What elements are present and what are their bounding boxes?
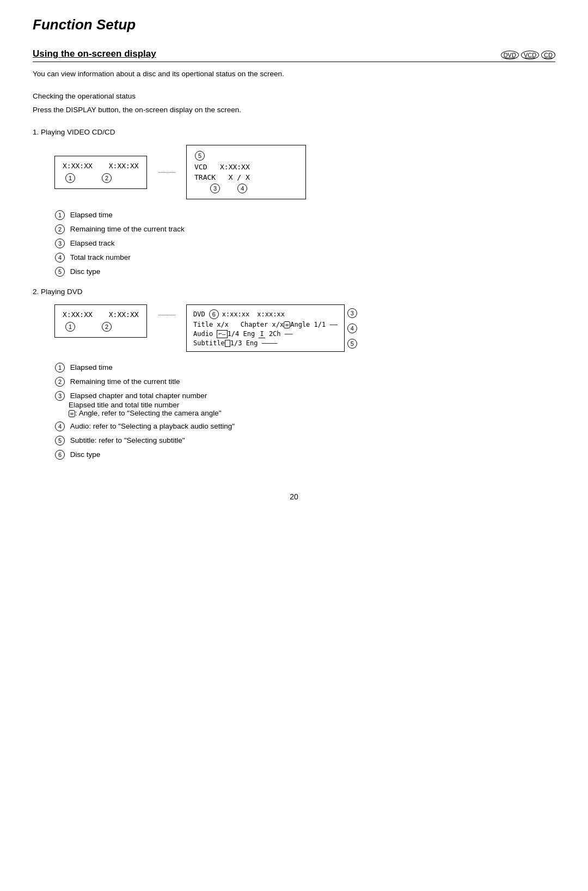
- dvd-line3: Audio ⌐—1/4 Eng I 2Ch ——: [193, 330, 338, 338]
- page-title: Function Setup: [33, 16, 555, 33]
- vcd-legend-item-1: 1 Elapsed time: [54, 210, 555, 220]
- dvd-badge: DVD: [501, 51, 519, 59]
- vcd-arrow-connector: ··················: [158, 169, 175, 175]
- vcd-line2: VCD X:XX:XX: [194, 163, 298, 171]
- section-title: Using the on-screen display: [33, 48, 156, 59]
- disc-types-badges: DVD VCD CD: [501, 51, 555, 59]
- dvd-legend-item-5: 5 Subtitle: refer to "Selecting subtitle…: [54, 436, 555, 446]
- vcd-badge: VCD: [521, 51, 539, 59]
- vcd-diagrams-row: X:XX:XX X:XX:XX 1 2 ·················· 5…: [54, 145, 555, 199]
- vcd-circle5: 5: [195, 151, 205, 161]
- vcd-legend-item-5: 5 Disc type: [54, 267, 555, 277]
- dvd-left-time1: X:XX:XX: [63, 310, 93, 319]
- checking-label: Checking the operational status: [33, 92, 555, 100]
- vcd-legend-item-2: 2 Remaining time of the current track: [54, 224, 555, 234]
- dvd-line4: Subtitle 1/3 Eng ————: [193, 339, 338, 347]
- cd-badge: CD: [541, 51, 555, 59]
- vcd-left-time2: X:XX:XX: [109, 162, 139, 170]
- dvd-label-4: 4: [347, 324, 357, 333]
- vcd-track-circles: 3 4: [210, 184, 298, 193]
- intro-text: You can view information about a disc an…: [33, 70, 555, 78]
- vcd-legend-item-4: 4 Total track number: [54, 253, 555, 263]
- dvd-line2: Title x/x Chapter x/x∞Angle 1/1 ——: [193, 321, 338, 328]
- dvd-line1: DVD 6 x:xx:xx x:xx:xx: [193, 309, 338, 319]
- dvd-left-circle1: 1: [65, 322, 75, 332]
- dvd-left-display: X:XX:XX X:XX:XX 1 2: [54, 304, 147, 338]
- dvd-legend: 1 Elapsed time 2 Remaining time of the c…: [54, 363, 555, 460]
- dvd-right-section: DVD 6 x:xx:xx x:xx:xx Title x/x Chapter …: [186, 304, 357, 352]
- page-number: 20: [33, 492, 555, 501]
- vcd-legend-item-3: 3 Elapsed track: [54, 239, 555, 248]
- dvd-legend-item-4: 4 Audio: refer to "Selecting a playback …: [54, 422, 555, 431]
- dvd-left-time2: X:XX:XX: [109, 310, 139, 319]
- vcd-left-time1: X:XX:XX: [63, 162, 93, 170]
- vcd-left-display: X:XX:XX X:XX:XX 1 2: [54, 156, 147, 189]
- section2-label: 2. Playing DVD: [33, 288, 555, 296]
- dvd-diagrams-row: X:XX:XX X:XX:XX 1 2 ·················· D…: [54, 304, 555, 352]
- dvd-legend-item-3: 3 Elapsed chapter and total chapter numb…: [54, 391, 555, 417]
- checking-desc: Press the DISPLAY button, the on-screen …: [33, 106, 555, 114]
- dvd-arrow-connector: ··················: [158, 312, 175, 318]
- vcd-right-display: 5 VCD X:XX:XX TRACK X / X 3 4: [186, 145, 306, 199]
- dvd-left-circle2: 2: [101, 322, 112, 332]
- vcd-left-circle1: 1: [65, 173, 75, 183]
- dvd-legend-item-2: 2 Remaining time of the current title: [54, 377, 555, 387]
- dvd-label-3: 3: [347, 308, 357, 318]
- dvd-label-5: 5: [347, 339, 357, 349]
- dvd-legend-item-6: 6 Disc type: [54, 450, 555, 460]
- vcd-track-line: TRACK X / X: [194, 173, 298, 181]
- dvd-right-labels: 3 4 5: [347, 308, 357, 349]
- section-header: Using the on-screen display DVD VCD CD: [33, 48, 555, 62]
- dvd-legend-item-1: 1 Elapsed time: [54, 363, 555, 373]
- vcd-legend: 1 Elapsed time 2 Remaining time of the c…: [54, 210, 555, 277]
- vcd-left-circle2: 2: [101, 173, 112, 183]
- section1-label: 1. Playing VIDEO CD/CD: [33, 128, 555, 136]
- dvd-right-display: DVD 6 x:xx:xx x:xx:xx Title x/x Chapter …: [186, 304, 345, 352]
